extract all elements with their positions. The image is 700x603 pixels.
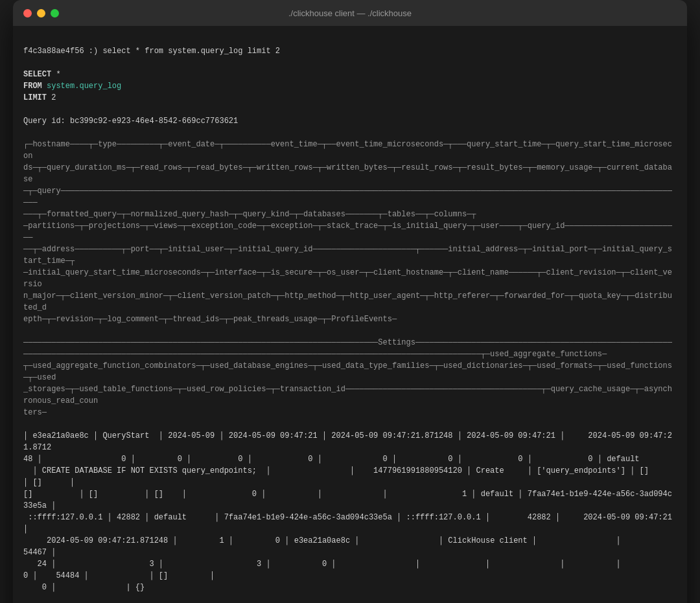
terminal-body[interactable]: f4c3a88ae4f56 :) select * from system.qu… bbox=[13, 26, 687, 603]
query-id: Query id: bc399c92-e923-46e4-8542-669cc7… bbox=[23, 117, 238, 126]
terminal-window: ./clickhouse client — ./clickhouse f4c3a… bbox=[13, 0, 687, 603]
row1-data: │ e3ea21a0ae8c │ QueryStart │ 2024-05-09… bbox=[23, 431, 687, 592]
traffic-lights bbox=[23, 9, 59, 17]
minimize-button[interactable] bbox=[37, 9, 45, 17]
settings-header: ────────────────────────────────────────… bbox=[23, 338, 672, 417]
prompt-line: f4c3a88ae4f56 :) select * from system.qu… bbox=[23, 47, 280, 56]
sql-block: SELECT * FROM system.query_log LIMIT 2 bbox=[23, 70, 121, 102]
maximize-button[interactable] bbox=[51, 9, 59, 17]
window-title: ./clickhouse client — ./clickhouse bbox=[288, 8, 412, 18]
close-button[interactable] bbox=[23, 9, 32, 17]
column-headers: ┌─hostname────┬─type─────────┬─event_dat… bbox=[23, 140, 672, 324]
titlebar: ./clickhouse client — ./clickhouse bbox=[13, 0, 687, 26]
